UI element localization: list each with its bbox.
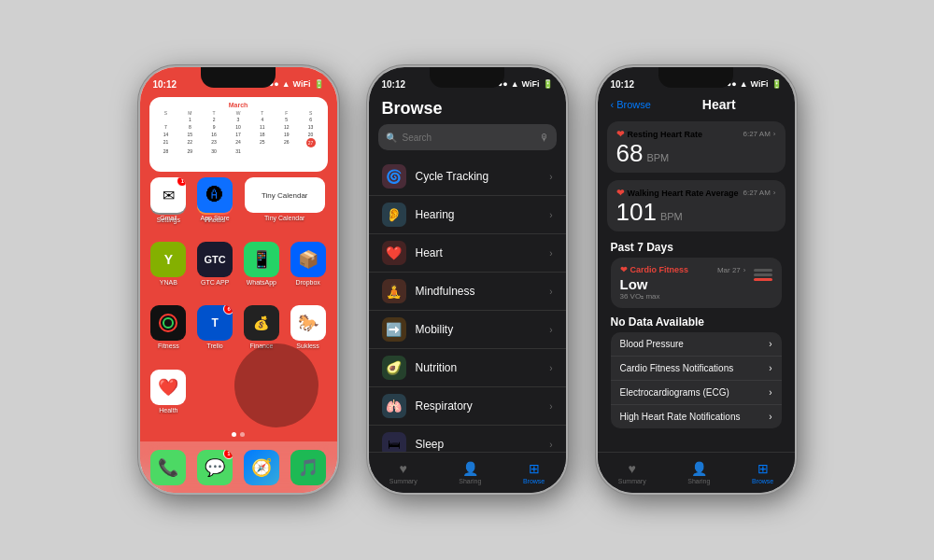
nutrition-label: Nutrition (416, 361, 541, 374)
past-7-title: Past 7 Days (611, 241, 782, 254)
heart-dot-icon-2: ❤ (616, 188, 624, 198)
back-button[interactable]: ‹ Browse (611, 99, 651, 110)
chevron-icon-8: › (549, 440, 552, 450)
browse-title: Browse (369, 95, 566, 124)
tab-browse-2[interactable]: ⊞ Browse (523, 461, 545, 484)
walking-hr-time: 6:27 AM › (743, 189, 775, 197)
tab-summary-2[interactable]: ♥ Summary (389, 461, 417, 484)
cardio-date: Mar 27 › (717, 266, 746, 274)
resting-heart-rate-card[interactable]: ❤ Resting Heart Rate 6:27 AM › 68 BPM (607, 121, 785, 173)
tab-browse-icon-3: ⊞ (757, 461, 769, 476)
app-tinyCalendar[interactable]: Tiny Calendar Tiny Calendar (242, 177, 328, 234)
respiratory-label: Respiratory (416, 399, 541, 413)
no-data-ecg[interactable]: Electrocardiograms (ECG) › (611, 381, 782, 405)
page-dots (140, 429, 337, 440)
browse-item-mindfulness[interactable]: 🧘 Mindfulness › (369, 273, 566, 311)
browse-item-sleep[interactable]: 🛏 Sleep › (369, 426, 566, 452)
no-data-section: No Data Available Blood Pressure › Cardi… (598, 310, 795, 452)
heart-screen: 10:12 ●●● ▲ WiFi 🔋 ‹ Browse Heart ❤ Rest… (598, 67, 795, 493)
tab-summary-label-3: Summary (618, 478, 646, 484)
walking-heart-rate-card[interactable]: ❤ Walking Heart Rate Average 6:27 AM › 1… (607, 180, 785, 231)
cycle-tracking-label: Cycle Tracking (416, 170, 541, 183)
phone-browse: 10:12 ●●● ▲ WiFi 🔋 Browse 🔍 🎙 🌀 Cycle Tr… (367, 65, 568, 495)
no-data-title: No Data Available (611, 315, 782, 329)
walking-hr-unit: BPM (660, 211, 683, 222)
search-icon: 🔍 (386, 133, 397, 143)
phone-home: 10:12 ●●● ▲ WiFi 🔋 March S M T W T F S (138, 65, 339, 495)
app-gmail[interactable]: ✉ 1 Gmail (149, 177, 189, 234)
sleep-label: Sleep (416, 438, 541, 451)
nutrition-icon: 🥑 (382, 356, 406, 380)
browse-item-respiratory[interactable]: 🫁 Respiratory › (369, 387, 566, 426)
cardio-level: Low (620, 276, 746, 292)
app-whatsapp[interactable]: 📱 WhatsApp (242, 242, 281, 299)
app-ynab[interactable]: Y YNAB (149, 242, 189, 299)
mindfulness-icon: 🧘 (382, 279, 406, 303)
cardio-sub: 36 VO₂ max (620, 292, 746, 301)
chevron-icon-5: › (549, 325, 552, 335)
mobility-label: Mobility (416, 323, 541, 336)
cardio-fitness-card[interactable]: ❤ Cardio Fitness Mar 27 › Low 36 VO₂ max (611, 258, 782, 308)
svg-point-1 (163, 318, 173, 328)
resting-hr-unit: BPM (646, 152, 669, 163)
tab-bar-3: ♥ Summary 👤 Sharing ⊞ Browse (598, 452, 795, 493)
chevron-bp: › (769, 339, 771, 349)
tab-bar-2: ♥ Summary 👤 Sharing ⊞ Browse (369, 452, 566, 493)
mindfulness-label: Mindfulness (416, 285, 541, 298)
browse-item-heart[interactable]: ❤️ Heart › (369, 234, 566, 273)
dock-spotify[interactable]: 🎵 (290, 450, 326, 485)
tab-sharing-3[interactable]: 👤 Sharing (687, 461, 710, 484)
calendar-month: March (154, 102, 323, 108)
chevron-ecg: › (769, 387, 771, 398)
hearing-icon: 👂 (382, 203, 406, 227)
search-input[interactable] (403, 133, 534, 143)
dock: 📞 💬1 🧭 🎵 (140, 441, 337, 493)
browse-list: 🌀 Cycle Tracking › 👂 Hearing › ❤️ Heart … (369, 158, 566, 452)
chevron-right-icon-3: › (743, 266, 746, 274)
browse-item-mobility[interactable]: ➡️ Mobility › (369, 311, 566, 349)
app-trello[interactable]: T6 Trello (195, 305, 234, 362)
app-dropbox[interactable]: 📦 Dropbox (289, 242, 328, 299)
tab-browse-label: Browse (523, 478, 545, 484)
no-data-list: Blood Pressure › Cardio Fitness Notifica… (611, 332, 782, 428)
tab-sharing-label-3: Sharing (687, 478, 710, 484)
dock-safari[interactable]: 🧭 (244, 450, 279, 485)
tab-browse-icon: ⊞ (529, 461, 540, 476)
respiratory-icon: 🫁 (382, 394, 406, 418)
resting-hr-time: 6:27 AM › (743, 130, 775, 138)
heart-nav-header: ‹ Browse Heart (598, 95, 795, 118)
tab-browse-3[interactable]: ⊞ Browse (752, 461, 773, 484)
app-gtcapp[interactable]: GTC GTC APP (195, 242, 234, 299)
no-data-cardio-notifications[interactable]: Cardio Fitness Notifications › (611, 357, 782, 381)
decorative-shape (234, 343, 318, 427)
app-fitness[interactable]: Fitness (149, 305, 189, 362)
chevron-icon-6: › (549, 363, 552, 373)
tab-summary-icon: ♥ (400, 461, 407, 476)
status-time-1: 10:12 (153, 79, 177, 90)
dock-messages[interactable]: 💬1 (197, 450, 233, 485)
microphone-icon[interactable]: 🎙 (540, 133, 549, 143)
status-time-3: 10:12 (611, 79, 635, 90)
resting-hr-title: ❤ Resting Heart Rate (616, 129, 703, 139)
calendar-widget[interactable]: March S M T W T F S 1 2 3 4 5 6 (149, 97, 328, 172)
no-data-blood-pressure[interactable]: Blood Pressure › (611, 332, 782, 357)
dock-phone[interactable]: 📞 (150, 450, 186, 485)
browse-item-hearing[interactable]: 👂 Hearing › (369, 196, 566, 234)
search-bar[interactable]: 🔍 🎙 (378, 124, 557, 150)
tab-summary-label: Summary (389, 478, 417, 484)
no-data-high-hr[interactable]: High Heart Rate Notifications › (611, 405, 782, 428)
tab-sharing-icon-3: 👤 (691, 461, 707, 476)
chevron-hr: › (769, 412, 771, 422)
heart-dot-icon: ❤ (616, 129, 624, 139)
browse-item-cycle-tracking[interactable]: 🌀 Cycle Tracking › (369, 158, 566, 196)
tab-summary-icon-3: ♥ (629, 461, 636, 476)
chevron-icon-7: › (549, 401, 552, 412)
app-health[interactable]: ❤️ Health (149, 370, 189, 427)
tab-sharing-2[interactable]: 👤 Sharing (459, 461, 481, 484)
phone-heart: 10:12 ●●● ▲ WiFi 🔋 ‹ Browse Heart ❤ Rest… (596, 65, 797, 495)
app-appstore[interactable]: 🅐 App Store (195, 177, 234, 234)
chevron-icon-3: › (549, 248, 552, 259)
chevron-icon: › (549, 172, 552, 182)
tab-summary-3[interactable]: ♥ Summary (618, 461, 646, 484)
browse-item-nutrition[interactable]: 🥑 Nutrition › (369, 349, 566, 387)
